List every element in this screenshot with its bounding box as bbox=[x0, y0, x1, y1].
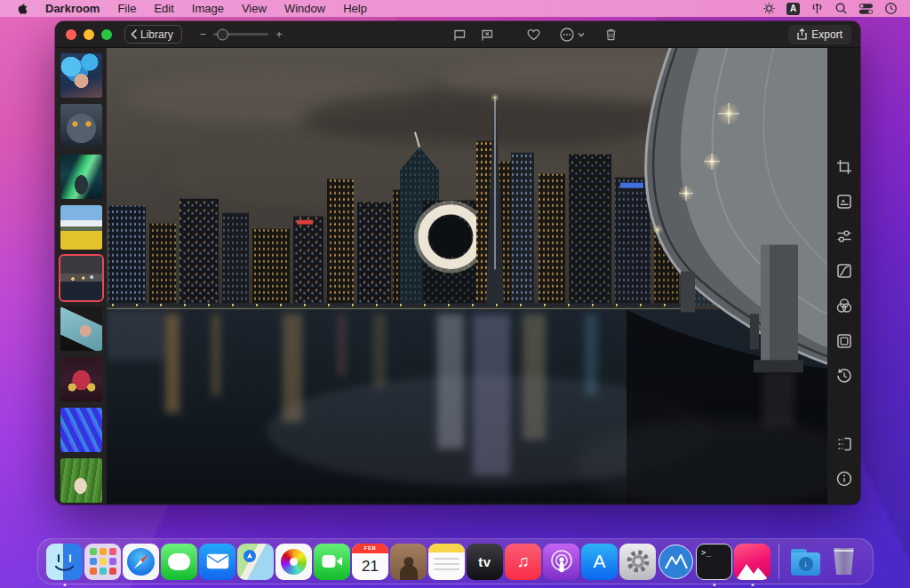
menu-window[interactable]: Window bbox=[284, 2, 325, 15]
minimize-button[interactable] bbox=[84, 29, 94, 40]
maps-navigation-arrow bbox=[243, 550, 256, 562]
menu-image[interactable]: Image bbox=[192, 2, 224, 15]
flag-button[interactable] bbox=[452, 28, 467, 42]
dock-music[interactable]: ♫ bbox=[505, 544, 541, 580]
darkroom-window: Library − + bbox=[55, 21, 860, 505]
podcasts-icon bbox=[543, 544, 579, 580]
panel-toggle-icon bbox=[835, 435, 853, 453]
reject-flag-button[interactable] bbox=[480, 28, 494, 42]
dock-launchpad[interactable] bbox=[84, 544, 121, 580]
dock-downloads[interactable]: ↓ bbox=[787, 544, 824, 580]
more-options-button[interactable] bbox=[559, 27, 585, 43]
menu-help[interactable]: Help bbox=[343, 2, 367, 15]
traffic-lights bbox=[66, 29, 112, 40]
keyboard-brightness-icon[interactable] bbox=[762, 2, 776, 15]
thumbnail-countryside-field[interactable] bbox=[60, 205, 102, 250]
apple-tv-icon: tv bbox=[467, 544, 503, 580]
panel-toggle-button[interactable] bbox=[834, 434, 855, 455]
curves-tool-button[interactable] bbox=[834, 261, 855, 282]
zoom-slider[interactable] bbox=[213, 33, 268, 36]
photo-canvas[interactable] bbox=[107, 48, 827, 504]
dock-settings[interactable] bbox=[619, 544, 656, 580]
dock-notes[interactable] bbox=[428, 544, 465, 580]
zoom-out-button[interactable]: − bbox=[200, 28, 207, 40]
menu-view[interactable]: View bbox=[242, 2, 267, 15]
trash-bin-body bbox=[833, 548, 856, 575]
dock-trash[interactable] bbox=[826, 544, 862, 580]
running-indicator bbox=[751, 584, 754, 586]
thumbnail-gray-cat[interactable] bbox=[60, 104, 102, 148]
dock-maps[interactable] bbox=[237, 544, 274, 580]
folder-body: ↓ bbox=[791, 552, 820, 576]
maps-icon bbox=[237, 544, 274, 580]
photos-icon bbox=[275, 544, 312, 580]
menu-bar: Darkroom File Edit Image View Window Hel… bbox=[0, 0, 910, 17]
frame-tool-button[interactable] bbox=[834, 330, 855, 351]
filmstrip-sidebar[interactable] bbox=[55, 48, 107, 504]
safari-needle bbox=[132, 552, 149, 569]
history-tool-button[interactable] bbox=[834, 365, 855, 385]
dock-safari[interactable] bbox=[123, 544, 159, 580]
zoom-in-button[interactable]: + bbox=[275, 28, 283, 40]
dock-facetime[interactable] bbox=[314, 544, 350, 580]
control-center-icon[interactable] bbox=[858, 3, 874, 15]
download-arrow-icon: ↓ bbox=[799, 557, 813, 571]
dock-mountain-app[interactable] bbox=[658, 544, 694, 580]
zoom-slider-knob[interactable] bbox=[217, 28, 228, 40]
favorite-button[interactable] bbox=[526, 28, 541, 42]
menu-app-name[interactable]: Darkroom bbox=[45, 2, 100, 15]
dock-podcasts[interactable] bbox=[543, 544, 579, 580]
library-label: Library bbox=[140, 28, 173, 41]
notes-header-band bbox=[428, 544, 465, 552]
input-source-icon[interactable]: A bbox=[786, 3, 800, 15]
desktop: Darkroom File Edit Image View Window Hel… bbox=[0, 0, 910, 588]
presets-tool-button[interactable] bbox=[834, 191, 855, 211]
color-wheels-icon bbox=[835, 297, 853, 314]
thumbnail-blue-abstract[interactable] bbox=[60, 408, 102, 452]
clock-icon[interactable] bbox=[884, 2, 898, 15]
trash-bin-icon bbox=[826, 544, 862, 580]
delete-button[interactable] bbox=[604, 28, 618, 42]
crop-tool-button[interactable] bbox=[834, 156, 855, 177]
spotlight-icon[interactable] bbox=[834, 2, 848, 15]
menu-file[interactable]: File bbox=[117, 2, 136, 15]
dubai-night-photo bbox=[107, 48, 827, 504]
dock-divider bbox=[778, 544, 779, 579]
system-settings-icon bbox=[619, 544, 656, 580]
dock-terminal[interactable]: >_ bbox=[696, 544, 732, 580]
zoom-control: − + bbox=[200, 28, 283, 40]
flag-reject-icon bbox=[480, 28, 494, 42]
menu-edit[interactable]: Edit bbox=[154, 2, 173, 15]
color-tool-button[interactable] bbox=[834, 296, 855, 316]
thumbnail-blue-haired-portrait[interactable] bbox=[60, 53, 102, 98]
safari-icon bbox=[123, 544, 159, 580]
dock-appstore[interactable]: A bbox=[581, 544, 618, 580]
apple-menu-icon[interactable] bbox=[16, 2, 29, 15]
dock-calendar[interactable]: FEB 21 bbox=[352, 544, 388, 580]
info-tool-button[interactable] bbox=[834, 469, 855, 489]
dock-darkroom[interactable] bbox=[734, 544, 770, 580]
antenna-icon[interactable] bbox=[810, 2, 824, 15]
thumbnail-motorcycle[interactable] bbox=[60, 357, 102, 401]
dock-tv[interactable]: tv bbox=[467, 544, 503, 580]
thumbnail-aurora-borealis[interactable] bbox=[60, 155, 102, 199]
dock-contacts[interactable] bbox=[390, 544, 427, 580]
dock-mail[interactable] bbox=[199, 544, 235, 580]
close-button[interactable] bbox=[66, 29, 76, 40]
window-titlebar[interactable]: Library − + bbox=[55, 21, 860, 48]
export-button[interactable]: Export bbox=[788, 25, 851, 44]
apple-logo-icon bbox=[16, 2, 28, 15]
titlebar-actions bbox=[452, 21, 618, 48]
adjustments-tool-button[interactable] bbox=[834, 226, 855, 246]
fullscreen-button[interactable] bbox=[101, 29, 112, 40]
export-label: Export bbox=[811, 28, 842, 41]
dock-finder[interactable] bbox=[46, 544, 83, 580]
thumbnail-woman-teal-hat[interactable] bbox=[60, 306, 102, 351]
dock-messages[interactable] bbox=[161, 544, 197, 580]
mountain-app-icon bbox=[658, 544, 694, 580]
library-back-button[interactable]: Library bbox=[124, 25, 182, 44]
dock-photos[interactable] bbox=[275, 544, 312, 580]
thumbnail-animal-in-grass[interactable] bbox=[60, 458, 102, 503]
launchpad-icon bbox=[84, 544, 121, 580]
thumbnail-dubai-skyline-selected[interactable] bbox=[60, 256, 102, 300]
